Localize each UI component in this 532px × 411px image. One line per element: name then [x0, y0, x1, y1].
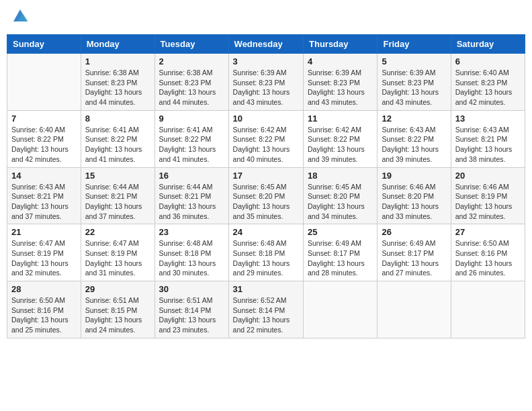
day-info: Sunrise: 6:48 AMSunset: 8:18 PMDaylight:… [233, 238, 299, 278]
day-number: 7 [11, 113, 77, 124]
day-number: 3 [233, 56, 299, 66]
day-info: Sunrise: 6:45 AMSunset: 8:20 PMDaylight:… [233, 182, 299, 222]
day-number: 17 [233, 171, 299, 181]
day-info: Sunrise: 6:49 AMSunset: 8:17 PMDaylight:… [382, 238, 446, 278]
day-info: Sunrise: 6:43 AMSunset: 8:21 PMDaylight:… [455, 125, 521, 165]
calendar-cell: 2Sunrise: 6:38 AMSunset: 8:23 PMDaylight… [154, 54, 228, 111]
calendar-week-4: 21Sunrise: 6:47 AMSunset: 8:19 PMDayligh… [7, 224, 525, 281]
day-number: 18 [308, 171, 373, 181]
day-info: Sunrise: 6:42 AMSunset: 8:22 PMDaylight:… [233, 125, 299, 165]
calendar-cell: 14Sunrise: 6:43 AMSunset: 8:21 PMDayligh… [7, 167, 81, 224]
day-number: 1 [85, 56, 150, 66]
day-number: 13 [455, 113, 521, 124]
logo [9, 7, 30, 29]
day-number: 14 [11, 171, 77, 181]
day-info: Sunrise: 6:41 AMSunset: 8:22 PMDaylight:… [85, 125, 150, 165]
calendar-cell: 5Sunrise: 6:39 AMSunset: 8:23 PMDaylight… [378, 54, 451, 111]
logo-icon [11, 7, 30, 26]
day-info: Sunrise: 6:44 AMSunset: 8:21 PMDaylight:… [85, 182, 150, 222]
calendar-cell: 26Sunrise: 6:49 AMSunset: 8:17 PMDayligh… [378, 224, 451, 281]
column-header-thursday: Thursday [304, 35, 378, 54]
day-number: 27 [455, 227, 521, 237]
day-number: 8 [85, 113, 150, 124]
calendar-cell: 3Sunrise: 6:39 AMSunset: 8:23 PMDaylight… [228, 54, 303, 111]
calendar-cell: 16Sunrise: 6:44 AMSunset: 8:21 PMDayligh… [154, 167, 228, 224]
day-number: 5 [382, 56, 446, 66]
day-number: 28 [11, 284, 77, 294]
column-header-wednesday: Wednesday [228, 35, 303, 54]
calendar-cell: 10Sunrise: 6:42 AMSunset: 8:22 PMDayligh… [228, 110, 303, 167]
day-info: Sunrise: 6:47 AMSunset: 8:19 PMDaylight:… [11, 238, 77, 278]
calendar-cell: 6Sunrise: 6:40 AMSunset: 8:23 PMDaylight… [451, 54, 525, 111]
day-info: Sunrise: 6:50 AMSunset: 8:16 PMDaylight:… [455, 238, 521, 278]
column-header-saturday: Saturday [451, 35, 525, 54]
page-header [7, 7, 525, 29]
calendar-cell: 1Sunrise: 6:38 AMSunset: 8:23 PMDaylight… [81, 54, 154, 111]
calendar-cell: 25Sunrise: 6:49 AMSunset: 8:17 PMDayligh… [304, 224, 378, 281]
day-number: 10 [233, 113, 299, 124]
day-info: Sunrise: 6:43 AMSunset: 8:21 PMDaylight:… [11, 182, 77, 222]
day-number: 29 [85, 284, 150, 294]
day-number: 25 [308, 227, 373, 237]
day-info: Sunrise: 6:51 AMSunset: 8:14 PMDaylight:… [159, 295, 224, 335]
day-info: Sunrise: 6:52 AMSunset: 8:14 PMDaylight:… [233, 295, 299, 335]
day-number: 20 [455, 171, 521, 181]
calendar-cell: 11Sunrise: 6:42 AMSunset: 8:22 PMDayligh… [304, 110, 378, 167]
calendar-cell: 27Sunrise: 6:50 AMSunset: 8:16 PMDayligh… [451, 224, 525, 281]
calendar-week-1: 1Sunrise: 6:38 AMSunset: 8:23 PMDaylight… [7, 54, 525, 111]
calendar-cell: 30Sunrise: 6:51 AMSunset: 8:14 PMDayligh… [154, 281, 228, 338]
calendar-cell: 15Sunrise: 6:44 AMSunset: 8:21 PMDayligh… [81, 167, 154, 224]
day-info: Sunrise: 6:50 AMSunset: 8:16 PMDaylight:… [11, 295, 77, 335]
calendar-week-3: 14Sunrise: 6:43 AMSunset: 8:21 PMDayligh… [7, 167, 525, 224]
calendar-cell: 29Sunrise: 6:51 AMSunset: 8:15 PMDayligh… [81, 281, 154, 338]
calendar-cell: 9Sunrise: 6:41 AMSunset: 8:22 PMDaylight… [154, 110, 228, 167]
day-number: 19 [382, 171, 446, 181]
calendar-cell: 24Sunrise: 6:48 AMSunset: 8:18 PMDayligh… [228, 224, 303, 281]
calendar-cell: 19Sunrise: 6:46 AMSunset: 8:20 PMDayligh… [378, 167, 451, 224]
column-header-monday: Monday [81, 35, 154, 54]
calendar-cell: 20Sunrise: 6:46 AMSunset: 8:19 PMDayligh… [451, 167, 525, 224]
day-number: 22 [85, 227, 150, 237]
day-number: 31 [233, 284, 299, 294]
calendar-cell [7, 54, 81, 111]
calendar-cell: 31Sunrise: 6:52 AMSunset: 8:14 PMDayligh… [228, 281, 303, 338]
calendar-cell: 28Sunrise: 6:50 AMSunset: 8:16 PMDayligh… [7, 281, 81, 338]
day-number: 15 [85, 171, 150, 181]
column-header-friday: Friday [378, 35, 451, 54]
day-info: Sunrise: 6:43 AMSunset: 8:22 PMDaylight:… [382, 125, 446, 165]
day-number: 11 [308, 113, 373, 124]
day-number: 4 [308, 56, 373, 66]
day-number: 2 [159, 56, 224, 66]
day-info: Sunrise: 6:40 AMSunset: 8:23 PMDaylight:… [455, 68, 521, 107]
day-info: Sunrise: 6:46 AMSunset: 8:19 PMDaylight:… [455, 182, 521, 222]
day-info: Sunrise: 6:49 AMSunset: 8:17 PMDaylight:… [308, 238, 373, 278]
day-number: 30 [159, 284, 224, 294]
calendar-cell: 18Sunrise: 6:45 AMSunset: 8:20 PMDayligh… [304, 167, 378, 224]
day-info: Sunrise: 6:51 AMSunset: 8:15 PMDaylight:… [85, 295, 150, 335]
day-info: Sunrise: 6:39 AMSunset: 8:23 PMDaylight:… [382, 68, 446, 107]
logo-text [9, 7, 30, 29]
calendar-cell: 21Sunrise: 6:47 AMSunset: 8:19 PMDayligh… [7, 224, 81, 281]
calendar-cell: 4Sunrise: 6:39 AMSunset: 8:23 PMDaylight… [304, 54, 378, 111]
calendar-cell: 13Sunrise: 6:43 AMSunset: 8:21 PMDayligh… [451, 110, 525, 167]
day-number: 6 [455, 56, 521, 66]
day-info: Sunrise: 6:48 AMSunset: 8:18 PMDaylight:… [159, 238, 224, 278]
day-number: 23 [159, 227, 224, 237]
day-info: Sunrise: 6:42 AMSunset: 8:22 PMDaylight:… [308, 125, 373, 165]
calendar-week-5: 28Sunrise: 6:50 AMSunset: 8:16 PMDayligh… [7, 281, 525, 338]
day-info: Sunrise: 6:44 AMSunset: 8:21 PMDaylight:… [159, 182, 224, 222]
calendar-cell [304, 281, 378, 338]
day-info: Sunrise: 6:38 AMSunset: 8:23 PMDaylight:… [159, 68, 224, 107]
calendar-cell: 12Sunrise: 6:43 AMSunset: 8:22 PMDayligh… [378, 110, 451, 167]
day-number: 26 [382, 227, 446, 237]
day-info: Sunrise: 6:45 AMSunset: 8:20 PMDaylight:… [308, 182, 373, 222]
calendar-cell: 22Sunrise: 6:47 AMSunset: 8:19 PMDayligh… [81, 224, 154, 281]
day-info: Sunrise: 6:46 AMSunset: 8:20 PMDaylight:… [382, 182, 446, 222]
calendar-cell: 23Sunrise: 6:48 AMSunset: 8:18 PMDayligh… [154, 224, 228, 281]
column-header-tuesday: Tuesday [154, 35, 228, 54]
day-info: Sunrise: 6:40 AMSunset: 8:22 PMDaylight:… [11, 125, 77, 165]
day-info: Sunrise: 6:41 AMSunset: 8:22 PMDaylight:… [159, 125, 224, 165]
day-info: Sunrise: 6:39 AMSunset: 8:23 PMDaylight:… [233, 68, 299, 107]
day-number: 24 [233, 227, 299, 237]
calendar-cell [451, 281, 525, 338]
